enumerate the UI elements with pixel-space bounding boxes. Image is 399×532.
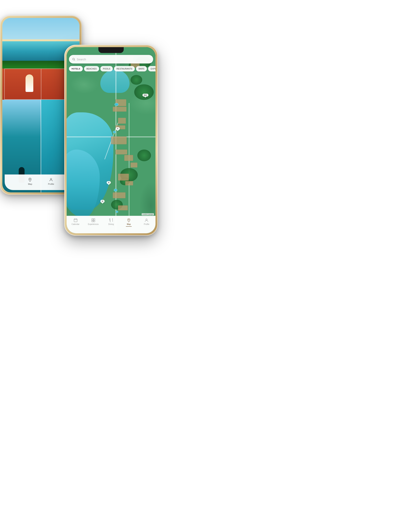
filter-chip-bars[interactable]: BARS (136, 66, 147, 71)
tree-cluster-4 (137, 150, 151, 161)
map-nav-icon (126, 218, 131, 222)
structure-3 (118, 118, 126, 124)
pool-1 (115, 103, 118, 106)
filter-chip-experiences[interactable]: EXPERIENCES (148, 66, 155, 71)
structure-7 (124, 155, 133, 161)
filter-chip-pools[interactable]: POOLS (100, 66, 113, 71)
nav-profile[interactable]: Profile (138, 218, 155, 225)
map-credit: Leaflet | google (142, 213, 154, 215)
structure-8 (130, 163, 137, 167)
phone-right: B02 H B B Search HOTELS BEACHES (64, 45, 158, 236)
map-pin-3: B (107, 181, 111, 184)
map-pin-2: H (116, 127, 120, 130)
search-placeholder: Search (77, 58, 86, 61)
phone-right-frame: B02 H B B Search HOTELS BEACHES (64, 45, 158, 236)
nav-active-bar (126, 226, 132, 227)
search-bar[interactable]: Search (69, 55, 153, 63)
structure-2 (113, 107, 126, 112)
svg-rect-9 (94, 219, 95, 220)
filter-chip-restaurants[interactable]: RESTAURANTS (114, 66, 135, 71)
svg-point-0 (30, 179, 31, 180)
nav-map[interactable]: Map (120, 218, 138, 227)
left-nav-map-label: Map (28, 183, 32, 185)
filter-chip-beaches[interactable]: BEACHES (84, 66, 99, 71)
structure-9 (118, 174, 129, 181)
nav-dining-label: Dining (108, 223, 114, 225)
map-pin-4: B (100, 200, 105, 203)
map-background: B02 H B B (67, 47, 155, 233)
left-nav-profile-label: Profile (48, 183, 54, 185)
bottom-nav: Calendar Experiences (67, 216, 155, 233)
svg-point-1 (50, 178, 52, 180)
calendar-icon (73, 218, 78, 222)
structure-12 (118, 205, 128, 210)
pool-3 (114, 189, 117, 191)
tree-cluster-3 (134, 84, 154, 100)
map-icon (28, 177, 32, 182)
nav-calendar[interactable]: Calendar (67, 218, 84, 225)
svg-point-13 (146, 219, 147, 220)
nav-map-label: Map (127, 223, 131, 225)
left-nav-map[interactable]: Map (28, 177, 32, 185)
notch (98, 47, 124, 53)
nav-experiences-label: Experiences (88, 223, 99, 225)
map-pin-1: B02 (142, 94, 148, 97)
svg-point-12 (129, 219, 129, 220)
structure-6 (116, 150, 127, 154)
profile-icon (49, 177, 53, 182)
nav-dining[interactable]: Dining (102, 218, 120, 225)
nav-experiences[interactable]: Experiences (84, 218, 102, 225)
left-nav-profile[interactable]: Profile (48, 177, 54, 185)
phone-right-screen: B02 H B B Search HOTELS BEACHES (67, 47, 155, 233)
svg-rect-8 (92, 219, 93, 220)
dining-icon (109, 218, 113, 222)
nav-profile-label: Profile (144, 223, 149, 225)
structure-10 (125, 181, 133, 185)
svg-line-3 (74, 60, 75, 60)
profile-nav-icon (144, 218, 149, 222)
svg-rect-11 (94, 221, 95, 222)
experiences-icon (91, 218, 96, 222)
search-icon (72, 58, 75, 61)
filter-chip-hotels[interactable]: HOTELS (69, 66, 83, 71)
structure-11 (113, 192, 125, 198)
svg-rect-4 (74, 219, 77, 222)
tree-cluster-2 (130, 75, 142, 85)
structure-5 (111, 137, 127, 144)
filter-chips: HOTELS BEACHES POOLS RESTAURANTS BARS EX… (67, 65, 155, 72)
svg-rect-10 (92, 221, 93, 222)
nav-calendar-label: Calendar (71, 223, 79, 225)
